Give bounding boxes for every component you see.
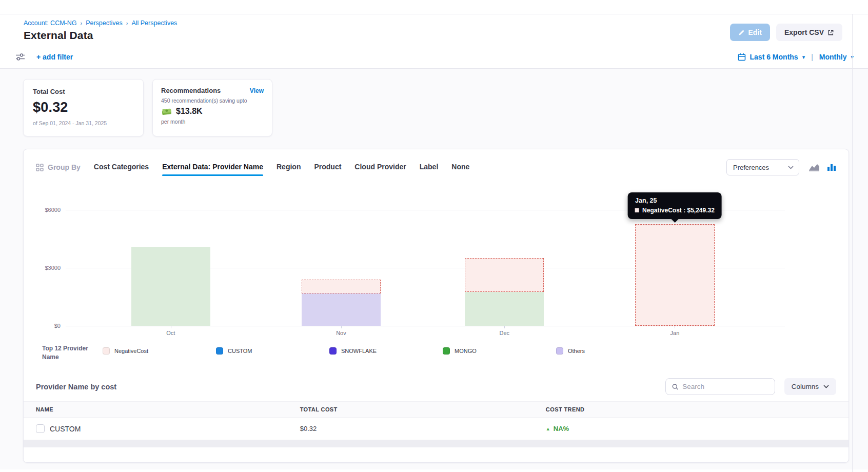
bar-segment-others[interactable]: [302, 293, 381, 326]
column-header-name[interactable]: NAME: [24, 406, 300, 412]
group-by-label: Group By: [36, 163, 81, 171]
perspective-chart-card: Group By Cost CategoriesExternal Data: P…: [23, 149, 849, 463]
legend-item-custom[interactable]: CUSTOM: [216, 347, 329, 355]
cost-trend-cell: ▲NA%: [546, 425, 849, 432]
breadcrumb-link-account[interactable]: Account: CCM-NG: [24, 19, 77, 27]
pencil-icon: [738, 29, 745, 36]
legend-title: Top 12 Provider Name: [42, 344, 103, 362]
export-csv-button[interactable]: Export CSV: [776, 24, 842, 41]
columns-label: Columns: [792, 383, 819, 390]
legend-label: Others: [568, 348, 585, 354]
stacked-bar-chart: Jan, 25 NegativeCost : $5,249.32 $0$3000…: [39, 210, 785, 339]
tab-external-data-provider-name[interactable]: External Data: Provider Name: [162, 159, 263, 176]
tab-label[interactable]: Label: [420, 159, 439, 176]
filter-bar: + add filter Last 6 Months ▾ | Monthly ▾: [0, 46, 868, 69]
group-by-tabs: Cost CategoriesExternal Data: Provider N…: [94, 159, 470, 176]
provider-cost-table: NAME TOTAL COST COST TREND CUSTOM$0.32▲N…: [24, 401, 849, 447]
chart-plot-area: Jan, 25 NegativeCost : $5,249.32 $0$3000…: [66, 210, 785, 326]
breadcrumb-link-perspectives[interactable]: Perspectives: [86, 19, 123, 27]
total-cost-cell: $0.32: [300, 425, 546, 432]
table-toolbar: Provider Name by cost Columns: [36, 378, 836, 395]
bar-chart-icon[interactable]: [827, 163, 836, 171]
row-swatch: [36, 424, 45, 433]
legend-item-negativecost[interactable]: NegativeCost: [103, 347, 216, 355]
total-cost-value: $0.32: [33, 100, 134, 115]
legend-label: NegativeCost: [114, 348, 148, 354]
bar-group-oct[interactable]: [131, 247, 210, 326]
x-axis-label-jan: Jan: [670, 330, 680, 336]
bar-group-nov[interactable]: [302, 280, 381, 326]
tab-region[interactable]: Region: [277, 159, 301, 176]
edit-button[interactable]: Edit: [730, 24, 770, 41]
external-link-icon: [827, 29, 834, 36]
y-axis-tick-label: $3000: [45, 265, 61, 271]
bar-group-dec[interactable]: [465, 258, 544, 326]
table-row-custom[interactable]: CUSTOM$0.32▲NA%: [24, 418, 849, 440]
preferences-label: Preferences: [733, 164, 769, 171]
column-header-total-cost[interactable]: TOTAL COST: [300, 406, 546, 412]
breadcrumb: Account: CCM-NG › Perspectives › All Per…: [24, 19, 177, 27]
legend-swatch: [103, 347, 110, 355]
y-axis-tick-label: $6000: [45, 207, 61, 213]
legend-item-snowflake[interactable]: SNOWFLAKE: [329, 347, 443, 355]
view-recommendations-link[interactable]: View: [250, 87, 264, 94]
tab-product[interactable]: Product: [314, 159, 341, 176]
recommendations-card: Recommendations View 450 recommendation(…: [152, 79, 272, 136]
table-body: CUSTOM$0.32▲NA%: [24, 418, 849, 440]
page: Account: CCM-NG › Perspectives › All Per…: [0, 0, 868, 472]
tooltip-series-swatch: [635, 208, 639, 212]
bar-segment-mongo[interactable]: [465, 292, 544, 326]
calendar-icon: [738, 53, 746, 61]
money-icon: [161, 107, 172, 115]
granularity-dropdown[interactable]: Monthly: [819, 53, 847, 61]
x-axis-tick: [341, 326, 342, 328]
tooltip-title: Jan, 25: [635, 197, 715, 204]
bar-segment-mongo[interactable]: [131, 247, 210, 326]
bar-group-jan[interactable]: [635, 224, 714, 326]
total-cost-period: of Sep 01, 2024 - Jan 31, 2025: [33, 120, 134, 126]
y-axis-tick-label: $0: [54, 323, 61, 329]
trend-up-icon: ▲: [546, 426, 550, 431]
chevron-down-icon[interactable]: ▾: [802, 54, 805, 61]
legend-swatch: [329, 347, 337, 355]
bar-segment-negativecost[interactable]: [302, 280, 381, 293]
add-filter-button[interactable]: + add filter: [36, 53, 73, 61]
search-icon: [672, 383, 678, 390]
columns-button[interactable]: Columns: [784, 378, 836, 395]
savings-value: $13.8K: [176, 107, 203, 116]
date-range-dropdown[interactable]: Last 6 Months: [750, 53, 798, 61]
chevron-down-icon: [823, 385, 829, 388]
legend-item-others[interactable]: Others: [556, 347, 669, 355]
bar-segment-negativecost[interactable]: [635, 224, 714, 326]
search-input[interactable]: [682, 383, 768, 390]
legend-swatch: [216, 347, 223, 355]
right-edge-divider: [852, 14, 853, 472]
chart-x-axis: OctNovDecJan: [66, 326, 785, 339]
total-cost-card: Total Cost $0.32 of Sep 01, 2024 - Jan 3…: [23, 79, 144, 136]
group-by-text: Group By: [48, 163, 81, 171]
tab-cost-categories[interactable]: Cost Categories: [94, 159, 149, 176]
recommendations-label: Recommendations: [161, 87, 221, 94]
legend-label: CUSTOM: [228, 348, 252, 354]
next-row-partial: [23, 440, 849, 447]
legend-item-mongo[interactable]: MONGO: [443, 347, 556, 355]
filter-settings-icon[interactable]: [15, 53, 25, 61]
x-axis-label-oct: Oct: [166, 330, 175, 336]
legend-label: MONGO: [455, 348, 477, 354]
tab-cloud-provider[interactable]: Cloud Provider: [354, 159, 406, 176]
page-title: External Data: [24, 29, 177, 42]
x-axis-tick: [675, 326, 675, 328]
grid-icon: [36, 164, 44, 171]
preferences-dropdown[interactable]: Preferences: [726, 159, 799, 175]
x-axis-tick: [171, 326, 171, 328]
area-chart-icon[interactable]: [808, 163, 820, 171]
x-axis-label-dec: Dec: [499, 330, 509, 336]
page-header: Account: CCM-NG › Perspectives › All Per…: [0, 14, 868, 46]
x-axis-tick: [504, 326, 505, 328]
bar-segment-negativecost[interactable]: [465, 258, 544, 292]
table-header-row: NAME TOTAL COST COST TREND: [24, 401, 849, 418]
column-header-cost-trend[interactable]: COST TREND: [546, 406, 849, 412]
tab-none[interactable]: None: [451, 159, 469, 176]
breadcrumb-link-all-perspectives[interactable]: All Perspectives: [131, 19, 177, 27]
x-axis-label-nov: Nov: [336, 330, 346, 336]
